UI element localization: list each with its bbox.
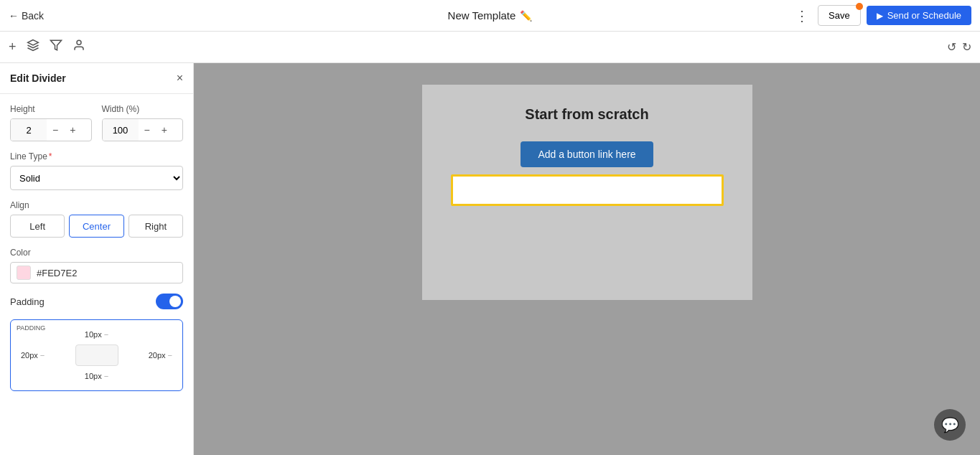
color-value: #FED7E2 xyxy=(37,268,77,278)
edit-title-icon[interactable]: ✏️ xyxy=(520,10,532,22)
color-picker[interactable]: #FED7E2 xyxy=(10,262,183,283)
email-body-section: Add a button link here xyxy=(422,134,752,220)
back-label: Back xyxy=(22,10,44,22)
sidebar-panel: Edit Divider × Height − + Width (%) xyxy=(0,63,194,455)
width-input[interactable] xyxy=(103,119,139,141)
height-field: Height − + xyxy=(10,104,92,141)
padding-toggle[interactable] xyxy=(156,294,183,309)
toolbar-left: + xyxy=(9,39,85,55)
send-icon: ▶ xyxy=(877,11,883,21)
width-decrement-button[interactable]: − xyxy=(139,119,156,141)
divider-input[interactable] xyxy=(455,179,719,202)
width-increment-button[interactable]: + xyxy=(156,119,173,141)
line-type-field: Line Type Solid Dashed Dotted xyxy=(10,151,183,190)
save-button[interactable]: Save xyxy=(818,5,861,26)
add-block-icon[interactable]: + xyxy=(9,39,17,55)
chat-bubble-button[interactable]: 💬 xyxy=(934,409,966,441)
sidebar-header: Edit Divider × xyxy=(0,63,193,94)
send-label: Send or Schedule xyxy=(887,10,961,21)
padding-left-value: 20px − xyxy=(21,351,45,360)
padding-box-label: PADDING xyxy=(17,324,45,332)
canvas-area: Start from scratch Add a button link her… xyxy=(194,63,980,455)
header-center: New Template ✏️ xyxy=(448,9,533,22)
back-button[interactable]: ← Back xyxy=(9,10,44,22)
toolbar: + ↺ ↻ xyxy=(0,32,980,63)
redo-button[interactable]: ↻ xyxy=(962,40,971,54)
chat-icon: 💬 xyxy=(941,416,959,433)
email-header-section: Start from scratch xyxy=(422,85,752,134)
svg-marker-0 xyxy=(50,40,61,50)
svg-point-1 xyxy=(77,40,81,44)
padding-right-value: 20px − xyxy=(149,351,172,360)
undo-button[interactable]: ↺ xyxy=(947,40,956,54)
height-input[interactable] xyxy=(11,119,47,141)
header-right: ⋮ Save ▶ Send or Schedule xyxy=(792,4,971,27)
align-field: Align Left Center Right xyxy=(10,200,183,238)
email-canvas: Start from scratch Add a button link her… xyxy=(422,85,752,300)
line-type-label: Line Type xyxy=(10,151,183,161)
align-buttons: Left Center Right xyxy=(10,215,183,238)
padding-bottom: 10px − xyxy=(21,372,172,380)
height-decrement-button[interactable]: − xyxy=(47,119,64,141)
color-swatch xyxy=(17,266,31,280)
sidebar-title: Edit Divider xyxy=(10,72,66,84)
main-layout: Edit Divider × Height − + Width (%) xyxy=(0,63,980,455)
email-title: Start from scratch xyxy=(437,106,738,123)
align-right-button[interactable]: Right xyxy=(129,215,183,238)
line-type-select[interactable]: Solid Dashed Dotted xyxy=(10,166,183,190)
padding-box: PADDING 10px − 20px − 20px − xyxy=(10,319,183,391)
divider-highlight-wrapper xyxy=(451,174,724,206)
sidebar-body: Height − + Width (%) − + xyxy=(0,94,193,401)
width-input-group: − + xyxy=(102,118,184,141)
send-or-schedule-button[interactable]: ▶ Send or Schedule xyxy=(867,6,971,25)
align-center-button[interactable]: Center xyxy=(69,215,123,238)
align-left-button[interactable]: Left xyxy=(10,215,65,238)
color-label: Color xyxy=(10,248,183,258)
padding-toggle-row: Padding xyxy=(10,294,183,309)
align-label: Align xyxy=(10,200,183,210)
back-arrow-icon: ← xyxy=(9,10,19,22)
padding-toggle-label: Padding xyxy=(10,296,45,307)
more-options-button[interactable]: ⋮ xyxy=(792,4,812,27)
close-panel-button[interactable]: × xyxy=(177,72,183,85)
unsaved-badge xyxy=(856,3,863,10)
height-label: Height xyxy=(10,104,92,114)
height-width-row: Height − + Width (%) − + xyxy=(10,104,183,151)
padding-inner-box xyxy=(75,344,118,366)
height-input-group: − + xyxy=(10,118,92,141)
layers-icon[interactable] xyxy=(27,39,39,55)
add-button-link[interactable]: Add a button link here xyxy=(521,141,653,167)
toggle-knob xyxy=(169,296,181,307)
header: ← Back New Template ✏️ ⋮ Save ▶ Send or … xyxy=(0,0,980,32)
padding-middle: 20px − 20px − xyxy=(21,344,172,366)
user-icon[interactable] xyxy=(73,39,85,55)
color-field: Color #FED7E2 xyxy=(10,248,183,283)
width-label: Width (%) xyxy=(102,104,184,114)
filter-icon[interactable] xyxy=(50,39,62,55)
height-increment-button[interactable]: + xyxy=(64,119,81,141)
template-title: New Template xyxy=(448,9,516,22)
save-label: Save xyxy=(829,10,850,21)
padding-bottom-value: 10px − xyxy=(21,372,172,380)
width-field: Width (%) − + xyxy=(102,104,184,141)
toolbar-right: ↺ ↻ xyxy=(947,40,971,54)
header-left: ← Back xyxy=(9,10,44,22)
